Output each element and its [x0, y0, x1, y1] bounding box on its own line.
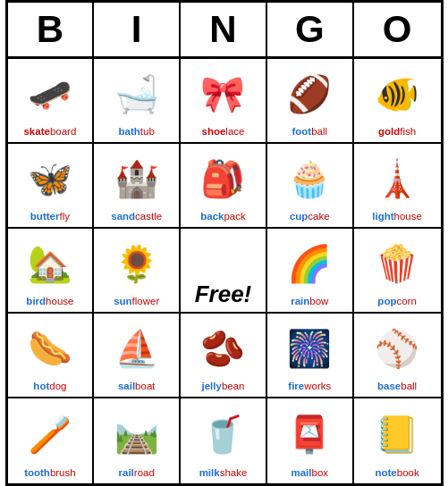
toothbrush-label: toothbrush: [24, 467, 76, 480]
cell-backpack: 🎒backpack: [181, 144, 267, 229]
skateboard-label: skateboard: [23, 126, 76, 138]
mailbox-icon: 📮: [269, 402, 351, 465]
goldfish-icon: 🐠: [356, 63, 439, 124]
sailboat-icon: ⛵: [96, 317, 177, 379]
railroad-icon: 🛤️: [96, 402, 177, 465]
cell-baseball: ⚾baseball: [354, 314, 441, 398]
popcorn-icon: 🍿: [356, 232, 439, 294]
cupcake-label: cupcake: [290, 211, 330, 223]
cell-popcorn: 🍿popcorn: [354, 229, 441, 314]
cell-sunflower: 🌻sunflower: [94, 229, 181, 314]
sailboat-label: sailboat: [118, 381, 156, 393]
backpack-icon: 🎒: [182, 147, 264, 209]
mailbox-label: mailbox: [292, 467, 329, 480]
fireworks-icon: 🎆: [269, 317, 351, 379]
bingo-grid: 🛹skateboard🛁bathtub🎀shoelace🏈football🐠go…: [8, 59, 441, 483]
skateboard-icon: 🛹: [10, 63, 91, 124]
bingo-header: BINGO: [8, 3, 441, 59]
sandcastle-label: sandcastle: [111, 211, 162, 223]
jellybean-icon: 🫘: [182, 317, 264, 379]
notebook-label: notebook: [375, 467, 418, 480]
lighthouse-icon: 🗼: [356, 147, 439, 209]
bingo-letter-o: O: [354, 3, 441, 56]
sandcastle-icon: 🏰: [96, 147, 177, 209]
cell-sandcastle: 🏰sandcastle: [94, 144, 181, 229]
goldfish-label: goldfish: [378, 126, 416, 138]
bingo-letter-b: B: [8, 3, 95, 56]
cupcake-icon: 🧁: [269, 147, 351, 209]
bathtub-label: bathtub: [119, 126, 155, 138]
sunflower-icon: 🌻: [96, 232, 177, 294]
cell-toothbrush: 🪥toothbrush: [8, 398, 95, 483]
shoelace-label: shoelace: [202, 126, 245, 138]
cell-milkshake: 🥤milkshake: [181, 398, 267, 483]
lighthouse-label: lighthouse: [372, 211, 422, 223]
cell-notebook: 📒notebook: [354, 398, 441, 483]
toothbrush-icon: 🪥: [10, 402, 91, 465]
cell-butterfly: 🦋butterfly: [8, 144, 95, 229]
cell-free: Free!: [181, 229, 267, 314]
hotdog-icon: 🌭: [10, 317, 91, 379]
cell-lighthouse: 🗼lighthouse: [354, 144, 441, 229]
railroad-label: railroad: [119, 467, 155, 480]
rainbow-icon: 🌈: [269, 232, 351, 294]
butterfly-icon: 🦋: [10, 147, 91, 209]
free-space: Free!: [195, 281, 252, 308]
football-icon: 🏈: [269, 63, 351, 124]
cell-fireworks: 🎆fireworks: [267, 314, 354, 398]
jellybean-label: jellybean: [202, 381, 245, 393]
football-label: football: [292, 126, 327, 138]
cell-mailbox: 📮mailbox: [267, 398, 354, 483]
popcorn-label: popcorn: [377, 296, 416, 308]
cell-cupcake: 🧁cupcake: [267, 144, 354, 229]
bingo-card: BINGO 🛹skateboard🛁bathtub🎀shoelace🏈footb…: [5, 0, 444, 486]
shoelace-icon: 🎀: [182, 63, 264, 124]
cell-sailboat: ⛵sailboat: [94, 314, 181, 398]
birdhouse-label: birdhouse: [26, 296, 73, 308]
rainbow-label: rainbow: [291, 296, 328, 308]
butterfly-label: butterfly: [30, 211, 70, 223]
hotdog-label: hotdog: [33, 381, 66, 393]
baseball-label: baseball: [377, 381, 417, 393]
birdhouse-icon: 🏡: [10, 232, 91, 294]
baseball-icon: ⚾: [356, 317, 439, 379]
bingo-letter-n: N: [181, 3, 267, 56]
fireworks-label: fireworks: [288, 381, 331, 393]
backpack-label: backpack: [200, 211, 246, 223]
cell-skateboard: 🛹skateboard: [8, 59, 95, 144]
notebook-icon: 📒: [356, 402, 439, 465]
bingo-letter-i: I: [94, 3, 181, 56]
cell-bathtub: 🛁bathtub: [94, 59, 181, 144]
bathtub-icon: 🛁: [96, 63, 177, 124]
bingo-letter-g: G: [267, 3, 354, 56]
milkshake-icon: 🥤: [182, 402, 264, 465]
cell-hotdog: 🌭hotdog: [8, 314, 95, 398]
milkshake-label: milkshake: [199, 467, 248, 480]
cell-shoelace: 🎀shoelace: [181, 59, 267, 144]
cell-birdhouse: 🏡birdhouse: [8, 229, 95, 314]
cell-goldfish: 🐠goldfish: [354, 59, 441, 144]
cell-jellybean: 🫘jellybean: [181, 314, 267, 398]
cell-football: 🏈football: [267, 59, 354, 144]
cell-rainbow: 🌈rainbow: [267, 229, 354, 314]
cell-railroad: 🛤️railroad: [94, 398, 181, 483]
sunflower-label: sunflower: [114, 296, 159, 308]
